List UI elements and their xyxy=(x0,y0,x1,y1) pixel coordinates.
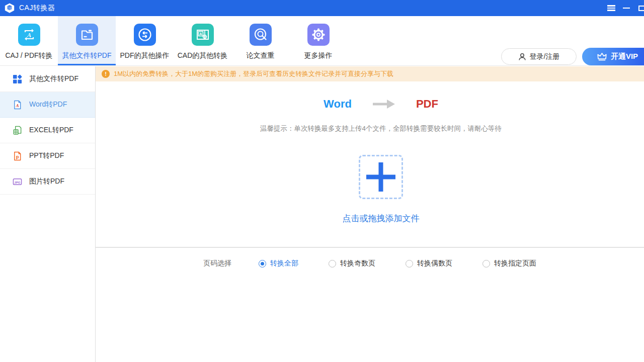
window-controls xyxy=(604,0,644,16)
app-title: CAJ转换器 xyxy=(19,4,55,13)
warning-icon: ! xyxy=(102,70,110,78)
sidebar: 其他文件转PDF A Word转PDF EXCEL转PDF p PPT转PDF xyxy=(0,66,96,362)
login-register-label: 登录/注册 xyxy=(530,52,560,61)
tab-label: PDF的其他操作 xyxy=(120,51,170,60)
ppt-doc-icon: p xyxy=(13,151,22,161)
svg-text:A: A xyxy=(16,103,19,108)
sidebar-item-label: PPT转PDF xyxy=(29,151,64,160)
menu-icon[interactable] xyxy=(604,0,619,16)
tab-label: 论文查重 xyxy=(247,51,275,60)
notice-text: 1M以内的免费转换，大于1M的需购买注册，登录后可查看历史转换文件记录并可直接分… xyxy=(114,69,393,78)
sidebar-item-ppt-to-pdf[interactable]: p PPT转PDF xyxy=(0,143,95,169)
arrow-right-icon xyxy=(373,100,395,109)
svg-text:A: A xyxy=(26,32,31,39)
radio-label: 转换奇数页 xyxy=(340,259,375,268)
radio-label: 转换偶数页 xyxy=(417,259,452,268)
divider xyxy=(96,247,644,248)
minimize-icon[interactable] xyxy=(619,0,634,16)
open-vip-label: 开通VIP xyxy=(611,52,638,61)
grid-icon xyxy=(13,74,22,84)
folder-icon xyxy=(76,24,98,46)
cad-drawing-icon: A xyxy=(192,24,214,46)
jpg-image-icon: JPG xyxy=(13,177,22,187)
svg-text:JPG: JPG xyxy=(14,180,21,184)
main-panel: Word PDF 温馨提示：单次转换最多支持上传4个文件，全部转换需要较长时间，… xyxy=(96,81,644,362)
radio-icon xyxy=(482,260,490,267)
radio-convert-even-pages[interactable]: 转换偶数页 xyxy=(406,259,452,268)
format-heading: Word PDF xyxy=(107,98,644,111)
tab-more-operations[interactable]: 更多操作 xyxy=(289,16,347,65)
tab-pdf-other-operations[interactable]: PDF的其他操作 xyxy=(116,16,174,65)
target-format-label: PDF xyxy=(416,98,438,111)
sidebar-item-excel-to-pdf[interactable]: EXCEL转PDF xyxy=(0,118,95,143)
caj-pdf-convert-icon: A xyxy=(18,24,40,46)
source-format-label: Word xyxy=(324,98,352,111)
plus-icon xyxy=(366,162,395,192)
tab-label: CAJ / PDF转换 xyxy=(5,51,52,60)
tab-label: CAD的其他转换 xyxy=(178,51,228,60)
sidebar-item-label: Word转PDF xyxy=(29,100,67,109)
maximize-icon[interactable] xyxy=(634,0,644,16)
radio-label: 转换指定页面 xyxy=(494,259,536,268)
sidebar-item-word-to-pdf[interactable]: A Word转PDF xyxy=(0,92,95,118)
gear-icon xyxy=(307,24,330,46)
crown-icon xyxy=(597,52,607,61)
dropzone-label[interactable]: 点击或拖拽添加文件 xyxy=(343,213,420,224)
radio-convert-specified-pages[interactable]: 转换指定页面 xyxy=(482,259,536,268)
tab-label: 更多操作 xyxy=(304,51,333,60)
app-logo-icon xyxy=(4,3,15,14)
word-doc-icon: A xyxy=(13,100,22,110)
svg-text:A: A xyxy=(199,32,202,36)
excel-doc-icon xyxy=(13,126,22,135)
page-options-row: 页码选择 转换全部 转换奇数页 转换偶数页 转换指定页面 xyxy=(96,259,644,268)
svg-text:p: p xyxy=(16,154,19,159)
sidebar-item-label: 其他文件转PDF xyxy=(29,74,78,83)
radio-convert-odd-pages[interactable]: 转换奇数页 xyxy=(329,259,375,268)
tab-label: 其他文件转PDF xyxy=(62,51,112,60)
sidebar-item-image-to-pdf[interactable]: JPG 图片转PDF xyxy=(0,169,95,195)
page-options-label: 页码选择 xyxy=(203,259,231,268)
sidebar-item-other-files-to-pdf[interactable]: 其他文件转PDF xyxy=(0,66,95,92)
titlebar: CAJ转换器 xyxy=(0,0,644,16)
tab-other-files-to-pdf[interactable]: 其他文件转PDF xyxy=(58,16,116,65)
sidebar-item-label: 图片转PDF xyxy=(29,177,64,186)
radio-icon xyxy=(406,260,413,267)
file-dropzone[interactable] xyxy=(359,155,403,199)
radio-icon xyxy=(259,260,266,267)
open-vip-button[interactable]: 开通VIP xyxy=(582,48,644,65)
tip-text: 温馨提示：单次转换最多支持上传4个文件，全部转换需要较长时间，请耐心等待 xyxy=(107,124,644,133)
plagiarism-check-icon xyxy=(250,24,272,46)
exchange-icon xyxy=(134,24,156,46)
tab-cad-other-conversion[interactable]: A CAD的其他转换 xyxy=(174,16,231,65)
notice-bar: ! 1M以内的免费转换，大于1M的需购买注册，登录后可查看历史转换文件记录并可直… xyxy=(96,66,644,81)
tab-plagiarism-check[interactable]: 论文查重 xyxy=(231,16,289,65)
radio-icon xyxy=(329,260,336,267)
radio-label: 转换全部 xyxy=(270,259,298,268)
user-icon xyxy=(518,53,526,61)
radio-convert-all[interactable]: 转换全部 xyxy=(259,259,298,268)
toolbar: A CAJ / PDF转换 其他文件转PDF xyxy=(0,16,644,66)
sidebar-item-label: EXCEL转PDF xyxy=(29,126,73,135)
login-register-button[interactable]: 登录/注册 xyxy=(501,48,577,65)
tab-caj-pdf-convert[interactable]: A CAJ / PDF转换 xyxy=(0,16,58,65)
